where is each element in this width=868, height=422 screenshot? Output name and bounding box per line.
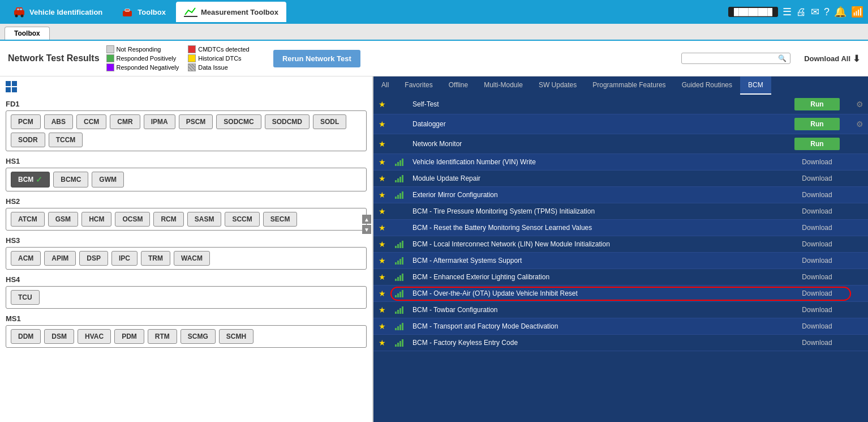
download-button-module-update-repair[interactable]: Download <box>802 174 832 182</box>
module-btn-gsm[interactable]: GSM <box>48 212 78 227</box>
printer-icon[interactable]: 🖨 <box>796 6 806 18</box>
bars-icon[interactable]: ☰ <box>783 6 792 18</box>
module-btn-apim[interactable]: APIM <box>44 251 76 266</box>
action-cell-bcm-aftermarket[interactable]: Download <box>783 253 851 269</box>
module-btn-rcm[interactable]: RCM <box>153 212 183 227</box>
module-btn-sodcmc[interactable]: SODCMC <box>216 114 261 129</box>
star-cell-module-update-repair[interactable]: ★ <box>373 170 390 187</box>
sub-tab-toolbox[interactable]: Toolbox <box>5 27 50 40</box>
star-cell-bcm-keyless[interactable]: ★ <box>373 335 390 351</box>
module-btn-bcmc[interactable]: BCMC <box>53 172 88 187</box>
star-cell-bcm-tpms[interactable]: ★ <box>373 203 390 220</box>
module-btn-pdm[interactable]: PDM <box>114 329 144 344</box>
action-cell-module-update-repair[interactable]: Download <box>783 170 851 187</box>
action-cell-bcm-towbar[interactable]: Download <box>783 302 851 318</box>
module-btn-sodcmd[interactable]: SODCMD <box>265 114 310 129</box>
signal-icon[interactable]: 📶 <box>851 6 863 18</box>
star-cell-bcm-lin-init[interactable]: ★ <box>373 236 390 253</box>
download-button-bcm-transport[interactable]: Download <box>802 322 832 330</box>
action-cell-bcm-ota[interactable]: Download <box>783 285 851 302</box>
module-btn-tcu[interactable]: TCU <box>11 290 40 305</box>
module-btn-scmg[interactable]: SCMG <box>181 329 216 344</box>
nav-tab-measurement-toolbox[interactable]: Measurement Toolbox <box>176 2 286 22</box>
bell-icon[interactable]: 🔔 <box>834 6 846 18</box>
module-btn-tccm[interactable]: TCCM <box>49 133 83 147</box>
module-btn-rtm[interactable]: RTM <box>148 329 177 344</box>
module-btn-ddm[interactable]: DDM <box>11 329 41 344</box>
module-btn-ccm[interactable]: CCM <box>76 114 106 129</box>
star-cell-network-monitor[interactable]: ★ <box>373 134 390 154</box>
module-btn-hcm[interactable]: HCM <box>81 212 111 227</box>
module-btn-hvac[interactable]: HVAC <box>78 329 111 344</box>
mail-icon[interactable]: ✉ <box>811 6 819 18</box>
star-cell-bcm-battery-monitor[interactable]: ★ <box>373 220 390 236</box>
help-icon[interactable]: ? <box>824 6 830 18</box>
action-cell-exterior-mirror-config[interactable]: Download <box>783 187 851 203</box>
module-btn-ocsm[interactable]: OCSM <box>115 212 150 227</box>
right-tab-favorites[interactable]: Favorites <box>397 76 440 95</box>
settings-cell-datalogger[interactable]: ⚙ <box>851 114 868 134</box>
action-cell-vin-write[interactable]: Download <box>783 154 851 170</box>
action-cell-datalogger[interactable]: Run <box>783 114 851 134</box>
scroll-down-arrow[interactable]: ▼ <box>362 225 371 234</box>
module-btn-gwm[interactable]: GWM <box>92 172 124 187</box>
star-cell-bcm-towbar[interactable]: ★ <box>373 302 390 318</box>
star-cell-bcm-aftermarket[interactable]: ★ <box>373 253 390 269</box>
download-button-bcm-battery-monitor[interactable]: Download <box>802 224 832 232</box>
settings-button-self-test[interactable]: ⚙ <box>856 100 863 109</box>
right-tab-offline[interactable]: Offline <box>441 76 476 95</box>
download-button-bcm-towbar[interactable]: Download <box>802 306 832 314</box>
scroll-up-arrow[interactable]: ▲ <box>362 215 371 224</box>
module-btn-sccm[interactable]: SCCM <box>225 212 259 227</box>
download-button-bcm-lin-init[interactable]: Download <box>802 240 832 248</box>
module-btn-secm[interactable]: SECM <box>263 212 298 227</box>
star-cell-bcm-exterior-lighting[interactable]: ★ <box>373 269 390 285</box>
module-btn-pscm[interactable]: PSCM <box>179 114 213 129</box>
module-btn-ipma[interactable]: IPMA <box>144 114 175 129</box>
module-btn-bcm[interactable]: BCM ✓ <box>11 172 50 187</box>
download-button-bcm-keyless[interactable]: Download <box>802 339 832 347</box>
module-btn-sodl[interactable]: SODL <box>313 114 346 129</box>
module-btn-trm[interactable]: TRM <box>141 251 170 266</box>
star-cell-bcm-transport[interactable]: ★ <box>373 318 390 335</box>
right-tab-sw-updates[interactable]: SW Updates <box>531 76 585 95</box>
search-input[interactable] <box>685 54 776 62</box>
action-cell-bcm-tpms[interactable]: Download <box>783 203 851 220</box>
run-button-network-monitor[interactable]: Run <box>794 138 840 150</box>
module-btn-abs[interactable]: ABS <box>44 114 73 129</box>
module-btn-wacm[interactable]: WACM <box>174 251 210 266</box>
right-tab-guided-routines[interactable]: Guided Routines <box>674 76 740 95</box>
action-cell-bcm-battery-monitor[interactable]: Download <box>783 220 851 236</box>
right-tab-bcm[interactable]: BCM <box>740 76 771 95</box>
module-btn-sodr[interactable]: SODR <box>11 133 45 147</box>
star-cell-bcm-ota[interactable]: ★ <box>373 285 390 302</box>
run-button-datalogger[interactable]: Run <box>794 118 840 130</box>
module-btn-dsm[interactable]: DSM <box>44 329 74 344</box>
right-tab-programmable-features[interactable]: Programmable Features <box>585 76 673 95</box>
nav-tab-vehicle-id[interactable]: Vehicle Identification <box>5 2 110 22</box>
download-button-exterior-mirror-config[interactable]: Download <box>802 191 832 199</box>
right-tab-all[interactable]: All <box>373 76 397 95</box>
module-btn-acm[interactable]: ACM <box>11 251 41 266</box>
module-btn-dsp[interactable]: DSP <box>79 251 108 266</box>
settings-button-datalogger[interactable]: ⚙ <box>856 120 863 129</box>
settings-cell-self-test[interactable]: ⚙ <box>851 95 868 114</box>
download-button-bcm-tpms[interactable]: Download <box>802 207 832 215</box>
module-btn-ipc[interactable]: IPC <box>111 251 137 266</box>
star-cell-datalogger[interactable]: ★ <box>373 114 390 134</box>
module-btn-scmh[interactable]: SCMH <box>219 329 253 344</box>
action-cell-bcm-lin-init[interactable]: Download <box>783 236 851 253</box>
download-all-button[interactable]: Download All ⬇ <box>804 53 860 64</box>
action-cell-bcm-transport[interactable]: Download <box>783 318 851 335</box>
download-button-vin-write[interactable]: Download <box>802 158 832 166</box>
module-btn-sasm[interactable]: SASM <box>187 212 222 227</box>
star-cell-self-test[interactable]: ★ <box>373 95 390 114</box>
module-btn-pcm[interactable]: PCM <box>11 114 41 129</box>
module-btn-cmr[interactable]: CMR <box>110 114 140 129</box>
action-cell-self-test[interactable]: Run <box>783 95 851 114</box>
action-cell-bcm-exterior-lighting[interactable]: Download <box>783 269 851 285</box>
download-button-bcm-ota[interactable]: Download <box>802 289 832 297</box>
download-button-bcm-exterior-lighting[interactable]: Download <box>802 273 832 281</box>
nav-tab-toolbox[interactable]: Toolbox <box>113 2 174 22</box>
rerun-network-test-button[interactable]: Rerun Network Test <box>273 50 360 67</box>
